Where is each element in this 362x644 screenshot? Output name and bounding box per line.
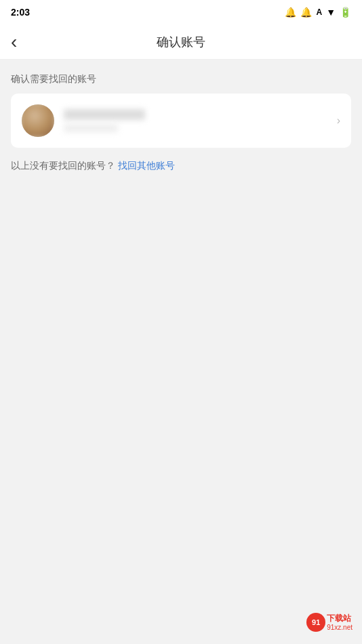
status-left: 2:03 <box>11 7 30 18</box>
notification-icon: 🔔 <box>285 7 296 18</box>
back-button[interactable]: ‹ <box>11 33 17 52</box>
account-info <box>64 109 337 132</box>
back-icon: ‹ <box>11 33 17 52</box>
status-bar: 2:03 🔔 🔔 A ▼ 🔋 <box>0 0 362 24</box>
watermark-line1: 下载站 <box>327 613 351 623</box>
no-account-text: 以上没有要找回的账号？ <box>11 160 115 171</box>
watermark-badge <box>306 613 325 632</box>
watermark-line2: 91xz.net <box>327 624 353 631</box>
account-sub-blurred <box>64 124 118 132</box>
section-label: 确认需要找回的账号 <box>11 73 351 85</box>
avatar <box>22 104 54 137</box>
account-item[interactable]: › <box>11 94 351 148</box>
page-title: 确认账号 <box>157 34 205 50</box>
account-card: › <box>11 94 351 148</box>
notification2-icon: 🔔 <box>300 7 312 18</box>
battery-icon: 🔋 <box>340 7 351 18</box>
find-other-account-link[interactable]: 找回其他账号 <box>118 160 175 171</box>
main-content: 确认需要找回的账号 › 以上没有要找回的账号？ 找回其他账号 <box>0 60 362 172</box>
bottom-text: 以上没有要找回的账号？ 找回其他账号 <box>11 160 351 172</box>
status-time: 2:03 <box>11 7 30 18</box>
status-icons: 🔔 🔔 A ▼ 🔋 <box>285 7 351 18</box>
watermark: 下载站 91xz.net <box>306 613 353 632</box>
watermark-text-wrap: 下载站 91xz.net <box>327 613 353 630</box>
chevron-right-icon: › <box>337 115 340 127</box>
vpn-icon: A <box>316 7 322 17</box>
wifi-icon: ▼ <box>326 7 336 18</box>
nav-bar: ‹ 确认账号 <box>0 24 362 60</box>
account-name-blurred <box>64 109 145 120</box>
avatar-image <box>22 104 54 137</box>
